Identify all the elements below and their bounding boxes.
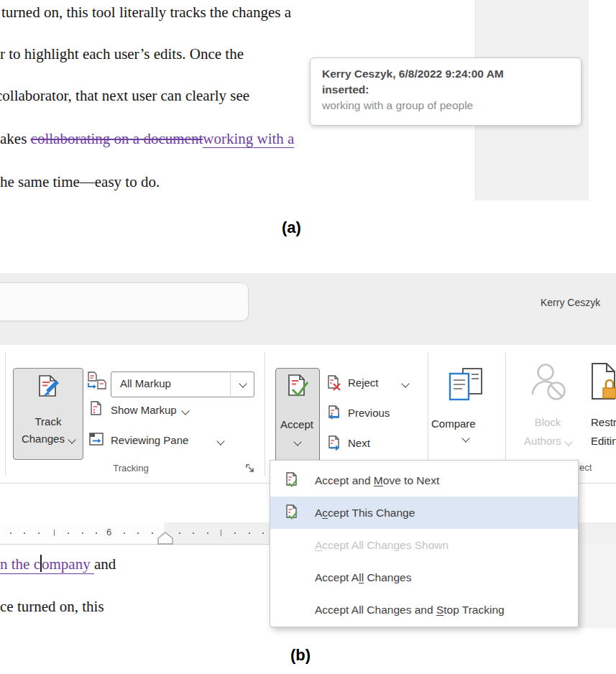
chevron-down-icon: [239, 379, 247, 387]
figure-a-label: (a): [282, 218, 301, 237]
ruler-tick: [179, 532, 180, 534]
previous-change-button[interactable]: Previous: [348, 407, 390, 419]
show-markup-button[interactable]: Show Markup: [111, 404, 188, 416]
menu-item-accept-all-changes[interactable]: Accept All Changes: [270, 561, 578, 594]
chevron-down-icon: [181, 407, 189, 415]
menu-item-accept-all-changes-shown: Accept All Changes Shown: [270, 529, 578, 561]
chevron-down-icon: [461, 434, 469, 442]
reject-button[interactable]: Reject: [348, 377, 379, 389]
ruler-half-inch-tick: [54, 530, 55, 536]
tooltip-inserted-text: working with a group of people: [322, 98, 569, 114]
show-markup-icon: [88, 400, 105, 417]
group-separator: [505, 352, 506, 476]
chevron-down-icon[interactable]: [401, 379, 409, 387]
restrict-editing-button[interactable]: Restric Editing: [588, 362, 616, 460]
word-window-screenshot: Kerry Ceszyk Track Changes: [0, 273, 616, 632]
group-separator: [428, 352, 428, 476]
track-changes-label-2: Changes: [14, 432, 83, 446]
next-change-button[interactable]: Next: [348, 437, 370, 449]
tracking-group-label: Tracking: [59, 463, 203, 474]
doc-b-line2: ce turned on, this: [0, 598, 104, 616]
reject-icon: [325, 374, 342, 392]
doc-a-line5: he same time—easy to do.: [0, 173, 160, 191]
doc-b-line1: n the company and: [0, 555, 116, 573]
compare-label: Compare: [431, 417, 500, 431]
menu-item-accept-this-change[interactable]: Accept This Change: [270, 497, 578, 529]
reviewing-pane-icon: [88, 430, 105, 448]
ruler-tick: [38, 532, 40, 534]
ruler-half-inch-tick: [221, 530, 221, 536]
track-changes-button[interactable]: Track Changes: [13, 368, 83, 460]
chevron-down-icon: [564, 438, 572, 446]
restrict-editing-label-1: Restric: [591, 415, 616, 430]
ruler-tick: [68, 532, 69, 534]
tracked-insertion-text: working with a: [203, 130, 294, 148]
track-changes-label-1: Track: [14, 415, 83, 429]
doc-a-line4-normal: akes: [0, 130, 31, 147]
accept-icon: [284, 374, 311, 401]
block-authors-label-1: Block: [512, 415, 584, 430]
right-indent-marker[interactable]: [157, 532, 173, 545]
ruler-tick: [193, 532, 194, 534]
restrict-editing-icon: [589, 362, 616, 401]
tooltip-author-timestamp: Kerry Ceszyk, 6/8/2022 9:24:00 AM: [322, 66, 569, 82]
track-changes-icon: [34, 374, 63, 402]
doc-a-line2: r to highlight each user’s edits. Once t…: [0, 45, 244, 63]
next-change-icon: [325, 435, 342, 452]
compare-button[interactable]: Compare: [431, 365, 500, 460]
restrict-editing-label-2: Editing: [591, 434, 616, 448]
ruler-tick: [10, 532, 12, 534]
menu-item-accept-and-move-to-next[interactable]: Accept and Move to Next: [270, 464, 578, 497]
ruler-tick: [96, 532, 97, 534]
accept-dropdown-menu: Accept and Move to Next Accept This Chan…: [270, 460, 579, 627]
revision-tooltip: Kerry Ceszyk, 6/8/2022 9:24:00 AM insert…: [310, 57, 581, 126]
menu-item-accept-all-changes-stop-tracking[interactable]: Accept All Changes and Stop Tracking: [270, 594, 578, 626]
chevron-down-icon[interactable]: [216, 437, 224, 445]
figure-b-label: (b): [290, 646, 311, 665]
ruler-tick: [207, 532, 208, 534]
markup-view-value: All Markup: [120, 377, 171, 389]
doc-a-line3: collaborator, that next user can clearly…: [0, 87, 249, 105]
markup-view-dropdown[interactable]: All Markup: [111, 371, 254, 397]
ruler-tick: [152, 532, 153, 534]
ruler-tick: [249, 532, 250, 534]
tracked-deletion-text: collaborating on a document: [31, 130, 203, 147]
doc-a-line1: turned on, this tool literally tracks th…: [1, 4, 291, 22]
block-authors-label-2: Authors: [512, 434, 584, 448]
chevron-down-icon: [68, 435, 75, 443]
accept-button[interactable]: Accept: [275, 368, 320, 461]
ruler-tick: [82, 532, 83, 534]
combo-divider: [230, 373, 231, 396]
ruler-tick: [24, 532, 25, 534]
dialog-launcher-icon[interactable]: [245, 463, 255, 474]
accept-label: Accept: [276, 417, 318, 432]
doc-a-line4: akes collaborating on a documentworking …: [0, 130, 294, 148]
tracked-insertion-text: n the company: [0, 555, 94, 574]
block-authors-button: Block Authors: [512, 362, 584, 460]
group-separator: [5, 352, 6, 476]
search-input[interactable]: [0, 282, 249, 321]
figure-track-changes: { "figure_a": { "doc_lines": { "line1": …: [0, 0, 616, 674]
doc-b-line1-plain: and: [94, 555, 116, 573]
group-separator: [265, 352, 265, 476]
tooltip-action: inserted:: [322, 82, 569, 98]
compare-icon: [447, 366, 484, 404]
ruler-tick: [262, 532, 264, 534]
user-account-name: Kerry Ceszyk: [541, 297, 600, 308]
protect-group-label-partial: ect: [579, 462, 592, 473]
chevron-down-icon: [293, 438, 301, 446]
ruler-tick: [137, 532, 139, 534]
ruler-tick: [234, 532, 236, 534]
ruler-inch-number: 6: [106, 527, 111, 537]
markup-state-icon[interactable]: [86, 371, 106, 391]
accept-change-icon: [283, 504, 300, 521]
block-authors-icon: [527, 362, 569, 404]
accept-change-icon: [283, 471, 300, 489]
reviewing-pane-button[interactable]: Reviewing Pane: [111, 434, 188, 446]
previous-change-icon: [325, 405, 342, 422]
document-canvas-right: [579, 544, 616, 628]
ruler-tick: [124, 532, 125, 534]
